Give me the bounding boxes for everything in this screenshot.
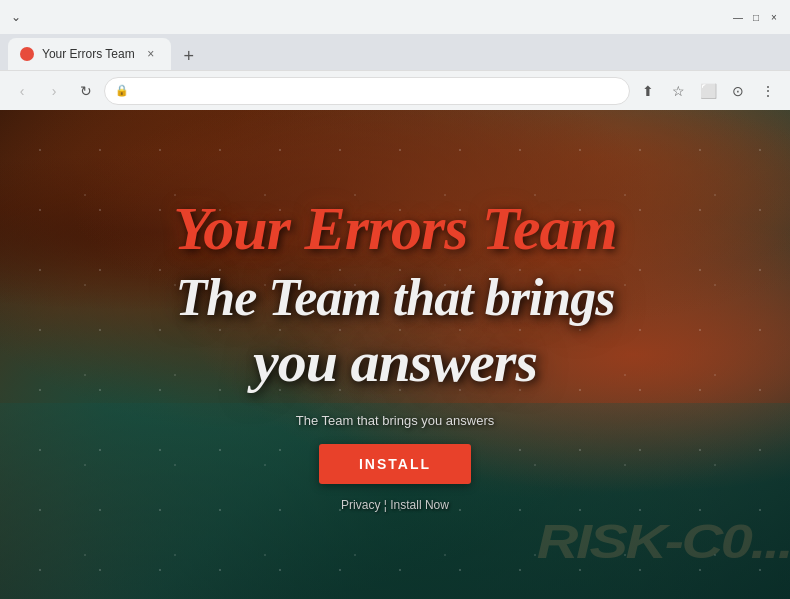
main-title: Your Errors Team — [173, 197, 616, 259]
back-button[interactable]: ‹ — [8, 77, 36, 105]
subtitle-line1: The Team that brings — [176, 269, 615, 326]
chevron-down-icon[interactable]: ⌄ — [8, 9, 24, 25]
content-overlay: Your Errors Team The Team that brings yo… — [0, 110, 790, 599]
extensions-button[interactable]: ⬜ — [694, 77, 722, 105]
browser-chrome: ⌄ — □ × Your Errors Team × + ‹ › ↻ 🔒 ⬆ ☆… — [0, 0, 790, 110]
close-button[interactable]: × — [766, 9, 782, 25]
tab-close-button[interactable]: × — [143, 46, 159, 62]
minimize-button[interactable]: — — [730, 9, 746, 25]
privacy-link[interactable]: Privacy — [341, 498, 380, 512]
share-button[interactable]: ⬆ — [634, 77, 662, 105]
forward-button[interactable]: › — [40, 77, 68, 105]
toolbar: ‹ › ↻ 🔒 ⬆ ☆ ⬜ ⊙ ⋮ — [0, 70, 790, 110]
maximize-button[interactable]: □ — [748, 9, 764, 25]
window-controls: — □ × — [730, 9, 782, 25]
tab-bar: Your Errors Team × + — [0, 34, 790, 70]
install-button[interactable]: INSTALL — [319, 444, 471, 484]
tab-favicon — [20, 47, 34, 61]
menu-button[interactable]: ⋮ — [754, 77, 782, 105]
active-tab[interactable]: Your Errors Team × — [8, 38, 171, 70]
install-now-link[interactable]: Install Now — [390, 498, 449, 512]
title-bar: ⌄ — □ × — [0, 0, 790, 34]
privacy-install-text: Privacy ¦ Install Now — [341, 498, 449, 512]
lock-icon: 🔒 — [115, 84, 129, 97]
title-bar-left: ⌄ — [8, 9, 24, 25]
tagline: The Team that brings you answers — [296, 413, 494, 428]
page-content: RISK-C0... Your Errors Team The Team tha… — [0, 110, 790, 599]
reload-button[interactable]: ↻ — [72, 77, 100, 105]
profile-button[interactable]: ⊙ — [724, 77, 752, 105]
address-bar[interactable]: 🔒 — [104, 77, 630, 105]
tab-label: Your Errors Team — [42, 47, 135, 61]
new-tab-button[interactable]: + — [175, 42, 203, 70]
toolbar-right: ⬆ ☆ ⬜ ⊙ ⋮ — [634, 77, 782, 105]
bookmark-button[interactable]: ☆ — [664, 77, 692, 105]
subtitle-line2: you answers — [253, 330, 537, 394]
